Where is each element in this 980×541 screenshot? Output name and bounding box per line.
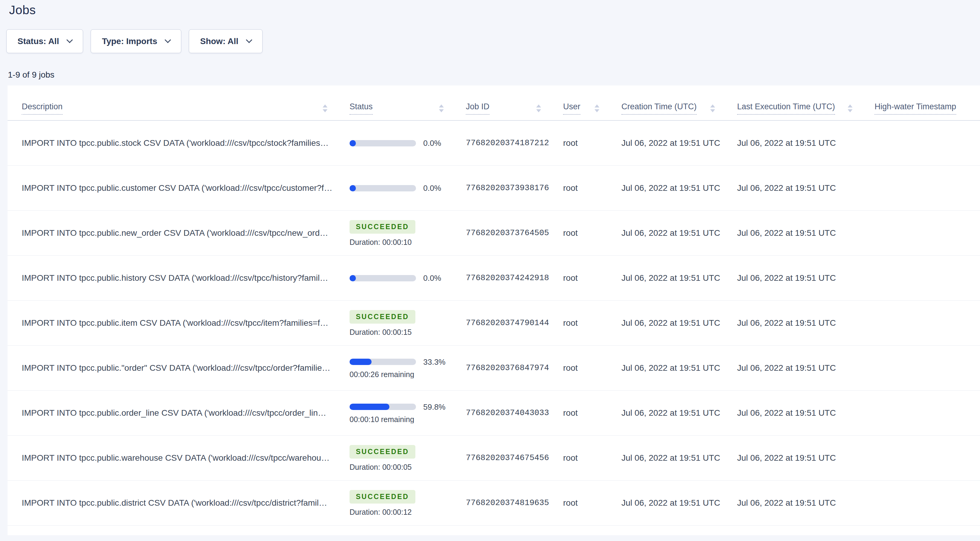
creation-time: Jul 06, 2022 at 19:51 UTC bbox=[607, 228, 723, 238]
column-header-job-id[interactable]: Job ID bbox=[452, 102, 549, 120]
creation-time: Jul 06, 2022 at 19:51 UTC bbox=[607, 408, 723, 418]
creation-time: Jul 06, 2022 at 19:51 UTC bbox=[607, 453, 723, 463]
job-status-cell: 59.8% 00:00:10 remaining bbox=[335, 403, 452, 423]
job-description-link[interactable]: IMPORT INTO tpcc.public.history CSV DATA… bbox=[22, 273, 328, 282]
table-row: IMPORT INTO tpcc.public."order" CSV DATA… bbox=[8, 346, 980, 391]
jobs-table: Description Status Job ID User Creation … bbox=[8, 86, 980, 535]
table-row: IMPORT INTO tpcc.public.history CSV DATA… bbox=[8, 256, 980, 301]
last-execution-time: Jul 06, 2022 at 19:51 UTC bbox=[723, 138, 861, 148]
last-execution-time: Jul 06, 2022 at 19:51 UTC bbox=[723, 408, 861, 418]
job-id: 776820203746754561 bbox=[452, 454, 549, 463]
job-description-link[interactable]: IMPORT INTO tpcc.public.order_line CSV D… bbox=[22, 408, 326, 417]
last-execution-time: Jul 06, 2022 at 19:51 UTC bbox=[723, 228, 861, 238]
progress-fill bbox=[350, 359, 372, 365]
progress-fill bbox=[350, 275, 356, 281]
table-row: IMPORT INTO tpcc.public.customer CSV DAT… bbox=[8, 166, 980, 211]
progress-bar: 0.0% bbox=[350, 184, 452, 192]
job-user: root bbox=[549, 453, 607, 463]
job-status-cell: SUCCEEDED Duration: 00:00:10 bbox=[335, 220, 452, 246]
status-badge: SUCCEEDED bbox=[350, 490, 415, 504]
status-detail: Duration: 00:00:10 bbox=[350, 238, 452, 246]
column-header-user[interactable]: User bbox=[549, 102, 607, 120]
progress-bar: 59.8% bbox=[350, 403, 452, 411]
job-user: root bbox=[549, 408, 607, 418]
status-filter-label: Status: All bbox=[18, 36, 59, 46]
job-user: root bbox=[549, 273, 607, 283]
status-filter-dropdown[interactable]: Status: All bbox=[6, 29, 83, 53]
column-header-high-water-timestamp[interactable]: High-water Timestamp bbox=[861, 102, 980, 120]
table-row: IMPORT INTO tpcc.public.district CSV DAT… bbox=[8, 481, 980, 526]
progress-percent: 33.3% bbox=[423, 358, 445, 366]
progress-percent: 0.0% bbox=[423, 184, 441, 192]
progress-fill bbox=[350, 404, 390, 410]
job-status-cell: 0.0% bbox=[335, 274, 452, 282]
column-header-last-execution-time[interactable]: Last Execution Time (UTC) bbox=[723, 102, 861, 120]
progress-percent: 0.0% bbox=[423, 139, 441, 147]
job-description-cell: IMPORT INTO tpcc.public."order" CSV DATA… bbox=[8, 363, 335, 373]
job-user: root bbox=[549, 183, 607, 193]
job-status-cell: 0.0% bbox=[335, 184, 452, 192]
job-description-link[interactable]: IMPORT INTO tpcc.public.stock CSV DATA (… bbox=[22, 138, 329, 148]
last-execution-time: Jul 06, 2022 at 19:51 UTC bbox=[723, 363, 861, 373]
sort-arrows-icon bbox=[710, 105, 715, 112]
sort-arrows-icon bbox=[323, 105, 328, 112]
progress-bar: 33.3% bbox=[350, 358, 452, 366]
table-row: IMPORT INTO tpcc.public.stock CSV DATA (… bbox=[8, 121, 980, 166]
last-execution-time: Jul 06, 2022 at 19:51 UTC bbox=[723, 498, 861, 508]
job-status-cell: 0.0% bbox=[335, 139, 452, 147]
sort-arrows-icon bbox=[439, 105, 444, 112]
job-description-link[interactable]: IMPORT INTO tpcc.public.warehouse CSV DA… bbox=[22, 453, 329, 463]
creation-time: Jul 06, 2022 at 19:51 UTC bbox=[607, 273, 723, 283]
progress-track bbox=[350, 185, 416, 191]
sort-arrows-icon bbox=[848, 105, 853, 112]
page-title: Jobs bbox=[9, 3, 36, 17]
chevron-down-icon bbox=[246, 37, 252, 43]
column-header-creation-time[interactable]: Creation Time (UTC) bbox=[607, 102, 723, 120]
creation-time: Jul 06, 2022 at 19:51 UTC bbox=[607, 363, 723, 373]
creation-time: Jul 06, 2022 at 19:51 UTC bbox=[607, 183, 723, 193]
status-badge: SUCCEEDED bbox=[350, 310, 415, 324]
table-body: IMPORT INTO tpcc.public.stock CSV DATA (… bbox=[8, 121, 980, 526]
job-status-cell: SUCCEEDED Duration: 00:00:15 bbox=[335, 310, 452, 336]
progress-bar: 0.0% bbox=[350, 274, 452, 282]
show-filter-dropdown[interactable]: Show: All bbox=[189, 29, 262, 53]
job-id: 776820203768479745 bbox=[452, 363, 549, 373]
job-description-link[interactable]: IMPORT INTO tpcc.public.item CSV DATA ('… bbox=[22, 318, 328, 328]
job-description-cell: IMPORT INTO tpcc.public.stock CSV DATA (… bbox=[8, 138, 335, 148]
status-badge: SUCCEEDED bbox=[350, 445, 415, 459]
job-description-cell: IMPORT INTO tpcc.public.district CSV DAT… bbox=[8, 498, 335, 508]
status-detail: 00:00:26 remaining bbox=[350, 371, 452, 378]
status-badge: SUCCEEDED bbox=[350, 220, 415, 234]
progress-percent: 0.0% bbox=[423, 274, 441, 282]
progress-fill bbox=[350, 185, 356, 191]
job-id: 776820203748196353 bbox=[452, 498, 549, 508]
status-detail: Duration: 00:00:12 bbox=[350, 508, 452, 516]
job-id: 776820203742429185 bbox=[452, 273, 549, 282]
filter-bar: Status: All Type: Imports Show: All bbox=[6, 29, 262, 53]
table-row: IMPORT INTO tpcc.public.order_line CSV D… bbox=[8, 391, 980, 436]
creation-time: Jul 06, 2022 at 19:51 UTC bbox=[607, 318, 723, 328]
job-description-link[interactable]: IMPORT INTO tpcc.public.new_order CSV DA… bbox=[22, 228, 328, 238]
job-description-link[interactable]: IMPORT INTO tpcc.public.district CSV DAT… bbox=[22, 498, 327, 508]
column-header-status[interactable]: Status bbox=[335, 102, 452, 120]
type-filter-dropdown[interactable]: Type: Imports bbox=[91, 29, 181, 53]
job-user: root bbox=[549, 498, 607, 508]
job-user: root bbox=[549, 363, 607, 373]
progress-track bbox=[350, 404, 416, 410]
creation-time: Jul 06, 2022 at 19:51 UTC bbox=[607, 138, 723, 148]
job-description-link[interactable]: IMPORT INTO tpcc.public."order" CSV DATA… bbox=[22, 363, 331, 373]
table-row: IMPORT INTO tpcc.public.item CSV DATA ('… bbox=[8, 301, 980, 346]
sort-arrows-icon bbox=[595, 105, 599, 112]
creation-time: Jul 06, 2022 at 19:51 UTC bbox=[607, 498, 723, 508]
column-header-description[interactable]: Description bbox=[8, 102, 335, 120]
type-filter-label: Type: Imports bbox=[102, 36, 157, 46]
sort-arrows-icon bbox=[536, 105, 541, 112]
job-description-cell: IMPORT INTO tpcc.public.item CSV DATA ('… bbox=[8, 318, 335, 328]
job-id: 776820203739381761 bbox=[452, 184, 549, 193]
job-description-cell: IMPORT INTO tpcc.public.new_order CSV DA… bbox=[8, 228, 335, 238]
chevron-down-icon bbox=[67, 37, 73, 43]
job-description-link[interactable]: IMPORT INTO tpcc.public.customer CSV DAT… bbox=[22, 183, 332, 193]
progress-track bbox=[350, 140, 416, 146]
show-filter-label: Show: All bbox=[200, 36, 239, 46]
job-status-cell: 33.3% 00:00:26 remaining bbox=[335, 358, 452, 378]
